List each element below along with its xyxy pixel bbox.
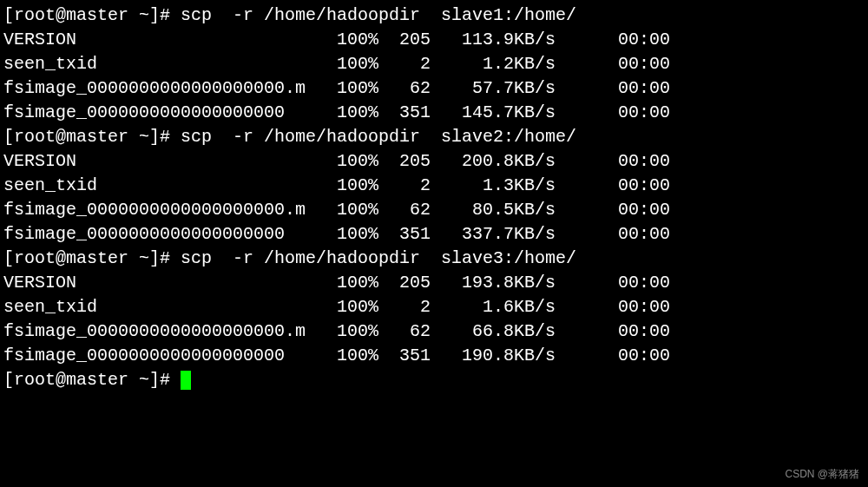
transfer-row: seen_txid 100% 2 1.2KB/s 00:00 [3, 52, 865, 76]
transfer-row: fsimage_0000000000000000000.m 100% 62 66… [3, 319, 865, 344]
terminal-output[interactable]: [root@master ~]# scp -r /home/hadoopdir … [3, 3, 865, 392]
watermark: CSDN @蒋猪猪 [785, 467, 859, 482]
command-line: [root@master ~]# scp -r /home/hadoopdir … [3, 3, 865, 28]
transfer-row: VERSION 100% 205 113.9KB/s 00:00 [3, 28, 865, 52]
command-line: [root@master ~]# scp -r /home/hadoopdir … [3, 125, 865, 149]
cursor [181, 371, 191, 390]
transfer-row: VERSION 100% 205 200.8KB/s 00:00 [3, 149, 865, 174]
transfer-row: fsimage_0000000000000000000 100% 351 337… [3, 222, 865, 247]
transfer-row: seen_txid 100% 2 1.6KB/s 00:00 [3, 295, 865, 319]
transfer-row: fsimage_0000000000000000000.m 100% 62 80… [3, 198, 865, 222]
transfer-row: fsimage_0000000000000000000 100% 351 190… [3, 344, 865, 368]
command-line: [root@master ~]# scp -r /home/hadoopdir … [3, 247, 865, 271]
transfer-row: fsimage_0000000000000000000 100% 351 145… [3, 101, 865, 125]
prompt-line[interactable]: [root@master ~]# [3, 368, 865, 392]
transfer-row: fsimage_0000000000000000000.m 100% 62 57… [3, 76, 865, 101]
transfer-row: VERSION 100% 205 193.8KB/s 00:00 [3, 271, 865, 295]
transfer-row: seen_txid 100% 2 1.3KB/s 00:00 [3, 174, 865, 198]
